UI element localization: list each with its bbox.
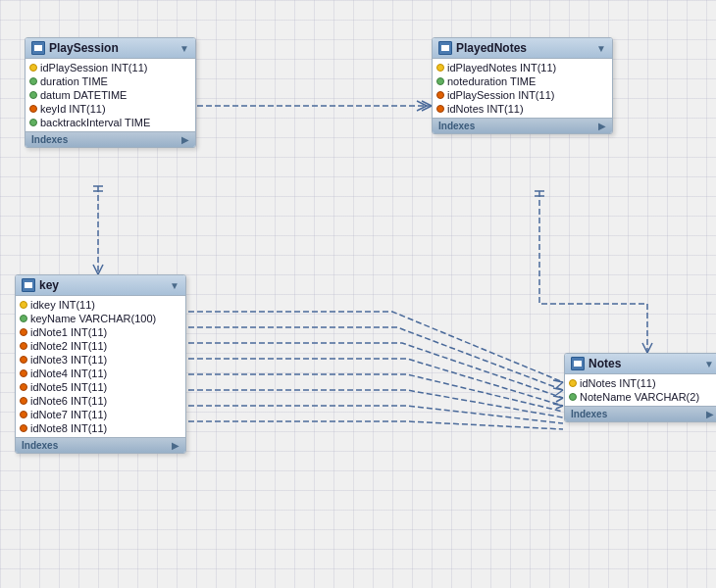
table-icon bbox=[438, 41, 452, 55]
svg-line-2 bbox=[422, 106, 432, 111]
field-text: idNote3 INT(11) bbox=[30, 354, 107, 366]
field-text: idPlaySession INT(11) bbox=[447, 89, 554, 101]
field-row: idPlayedNotes INT(11) bbox=[433, 61, 612, 74]
field-row: idNotes INT(11) bbox=[433, 102, 612, 116]
field-text: idNote6 INT(11) bbox=[30, 395, 107, 407]
playsession-table: PlaySession ▼ idPlaySession INT(11) dura… bbox=[25, 37, 196, 148]
field-text: idNote4 INT(11) bbox=[30, 368, 107, 379]
notes-indexes[interactable]: Indexes ▶ bbox=[565, 406, 716, 421]
key-icon bbox=[436, 64, 444, 72]
playsession-arrow[interactable]: ▼ bbox=[179, 43, 189, 54]
indexes-expand[interactable]: ▶ bbox=[181, 134, 189, 145]
svg-line-4 bbox=[417, 106, 427, 111]
field-row: idNote2 INT(11) bbox=[16, 339, 185, 353]
notes-arrow[interactable]: ▼ bbox=[704, 359, 714, 369]
field-row: idNotes INT(11) bbox=[565, 376, 716, 390]
notes-title: Notes bbox=[588, 357, 700, 370]
field-text: backtrackInterval TIME bbox=[40, 117, 150, 128]
svg-line-22 bbox=[553, 388, 563, 390]
key-header[interactable]: key ▼ bbox=[16, 275, 185, 296]
field-row: datum DATETIME bbox=[26, 88, 195, 102]
field-text: keyName VARCHAR(100) bbox=[30, 313, 156, 324]
field-text: duration TIME bbox=[40, 75, 108, 87]
svg-line-9 bbox=[98, 265, 103, 274]
playednotes-fields: idPlayedNotes INT(11) noteduration TIME … bbox=[433, 59, 612, 118]
playsession-fields: idPlaySession INT(11) duration TIME datu… bbox=[26, 59, 195, 131]
playednotes-table: PlayedNotes ▼ idPlayedNotes INT(11) note… bbox=[432, 37, 613, 134]
table-icon bbox=[571, 357, 585, 370]
table-icon bbox=[22, 278, 35, 292]
field-text: idNotes INT(11) bbox=[447, 103, 524, 115]
normal-icon bbox=[20, 315, 27, 322]
field-text: idkey INT(11) bbox=[30, 299, 95, 311]
field-row: idNote7 INT(11) bbox=[16, 408, 185, 421]
field-text: noteduration TIME bbox=[447, 75, 536, 87]
field-row: keyId INT(11) bbox=[26, 102, 195, 116]
key-title: key bbox=[39, 278, 166, 292]
field-row: idNote3 INT(11) bbox=[16, 353, 185, 367]
indexes-label: Indexes bbox=[22, 440, 58, 451]
svg-line-13 bbox=[647, 343, 652, 353]
field-row: idNote5 INT(11) bbox=[16, 380, 185, 394]
key-indexes[interactable]: Indexes ▶ bbox=[16, 437, 185, 453]
indexes-label: Indexes bbox=[438, 121, 475, 131]
field-row: noteduration TIME bbox=[433, 74, 612, 88]
key-fields: idkey INT(11) keyName VARCHAR(100) idNot… bbox=[16, 296, 185, 437]
field-text: idPlaySession INT(11) bbox=[40, 62, 147, 74]
playednotes-header[interactable]: PlayedNotes ▼ bbox=[433, 38, 612, 59]
field-text: NoteName VARCHAR(2) bbox=[580, 391, 699, 403]
svg-line-34 bbox=[553, 404, 563, 406]
fk-icon bbox=[20, 328, 27, 336]
fk-icon bbox=[20, 356, 27, 364]
field-text: keyId INT(11) bbox=[40, 103, 106, 115]
playsession-title: PlaySession bbox=[49, 41, 176, 55]
field-text: idNote8 INT(11) bbox=[30, 422, 107, 434]
notes-header[interactable]: Notes ▼ bbox=[565, 354, 716, 374]
svg-line-35 bbox=[556, 406, 563, 409]
field-row: idkey INT(11) bbox=[16, 298, 185, 312]
key-icon bbox=[20, 301, 27, 309]
field-text: idNote1 INT(11) bbox=[30, 326, 107, 338]
key-arrow[interactable]: ▼ bbox=[170, 280, 179, 291]
key-table: key ▼ idkey INT(11) keyName VARCHAR(100)… bbox=[15, 274, 186, 454]
table-icon bbox=[31, 41, 45, 55]
field-row: idNote1 INT(11) bbox=[16, 325, 185, 339]
indexes-label: Indexes bbox=[31, 134, 68, 145]
indexes-expand[interactable]: ▶ bbox=[172, 440, 179, 451]
indexes-expand[interactable]: ▶ bbox=[598, 121, 606, 131]
playsession-header[interactable]: PlaySession ▼ bbox=[26, 38, 195, 59]
playednotes-indexes[interactable]: Indexes ▶ bbox=[433, 118, 612, 133]
normal-icon bbox=[29, 77, 37, 85]
fk-icon bbox=[20, 383, 27, 391]
fk-icon bbox=[436, 91, 444, 99]
field-row: idNote4 INT(11) bbox=[16, 367, 185, 380]
svg-line-29 bbox=[556, 398, 563, 402]
svg-line-23 bbox=[556, 390, 563, 395]
field-text: idPlayedNotes INT(11) bbox=[447, 62, 556, 74]
field-row: keyName VARCHAR(100) bbox=[16, 312, 185, 325]
playednotes-arrow[interactable]: ▼ bbox=[596, 43, 606, 54]
key-icon bbox=[29, 64, 37, 72]
svg-line-1 bbox=[422, 101, 432, 106]
field-text: idNote2 INT(11) bbox=[30, 340, 107, 352]
field-text: datum DATETIME bbox=[40, 89, 127, 101]
field-row: idNote8 INT(11) bbox=[16, 421, 185, 435]
svg-line-12 bbox=[642, 343, 647, 353]
playsession-indexes[interactable]: Indexes ▶ bbox=[26, 131, 195, 147]
svg-line-17 bbox=[556, 382, 563, 388]
fk-icon bbox=[20, 424, 27, 432]
field-row: idNote6 INT(11) bbox=[16, 394, 185, 408]
fk-icon bbox=[20, 342, 27, 350]
field-row: NoteName VARCHAR(2) bbox=[565, 390, 716, 404]
field-text: idNote5 INT(11) bbox=[30, 381, 107, 393]
field-row: idPlaySession INT(11) bbox=[26, 61, 195, 74]
svg-line-8 bbox=[93, 265, 98, 274]
key-icon bbox=[569, 379, 577, 387]
field-row: idPlaySession INT(11) bbox=[433, 88, 612, 102]
notes-fields: idNotes INT(11) NoteName VARCHAR(2) bbox=[565, 374, 716, 406]
field-text: idNotes INT(11) bbox=[580, 377, 656, 389]
svg-line-3 bbox=[417, 101, 427, 106]
svg-line-16 bbox=[553, 380, 563, 382]
indexes-expand[interactable]: ▶ bbox=[706, 409, 714, 419]
indexes-label: Indexes bbox=[571, 409, 607, 419]
